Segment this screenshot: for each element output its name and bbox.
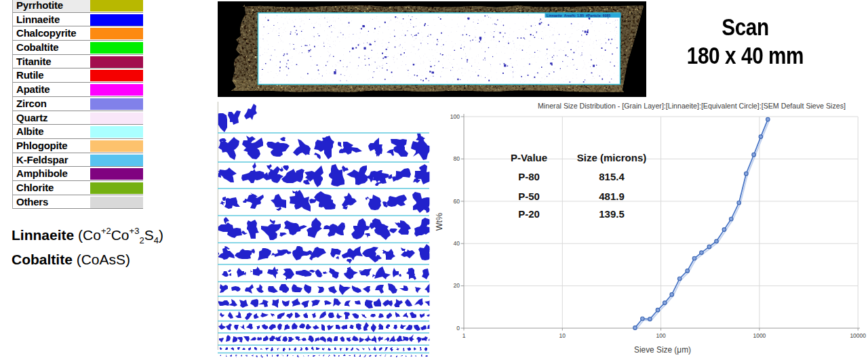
svg-text:Sieve Size (μm): Sieve Size (μm) <box>634 344 691 355</box>
svg-text:815.4: 815.4 <box>599 171 625 182</box>
svg-text:481.9: 481.9 <box>599 191 625 202</box>
svg-text:P-50: P-50 <box>518 191 540 202</box>
svg-text:Mineral Size Distribution - [G: Mineral Size Distribution - [Grain Layer… <box>538 102 846 110</box>
svg-text:60: 60 <box>454 198 460 205</box>
svg-text:139.5: 139.5 <box>599 208 625 220</box>
svg-text:20: 20 <box>454 282 460 289</box>
svg-text:1: 1 <box>462 332 466 339</box>
svg-text:0: 0 <box>456 325 460 332</box>
svg-text:10: 10 <box>559 332 566 339</box>
svg-text:40: 40 <box>454 240 460 247</box>
svg-text:P-80: P-80 <box>518 171 540 182</box>
svg-text:10000: 10000 <box>850 332 866 339</box>
svg-text:Wt%: Wt% <box>435 213 444 231</box>
svg-text:P-Value: P-Value <box>511 152 547 163</box>
svg-text:100: 100 <box>450 113 460 120</box>
svg-text:80: 80 <box>454 155 460 162</box>
svg-text:100: 100 <box>656 332 666 339</box>
svg-text:Size (microns): Size (microns) <box>577 152 647 163</box>
svg-text:1000: 1000 <box>753 332 766 339</box>
svg-text:Linnaeite Area%: 1.85 #Parti: Linnaeite Area%: 1.85 #Particle: 6085 <box>547 14 610 18</box>
svg-text:P-20: P-20 <box>518 208 540 220</box>
